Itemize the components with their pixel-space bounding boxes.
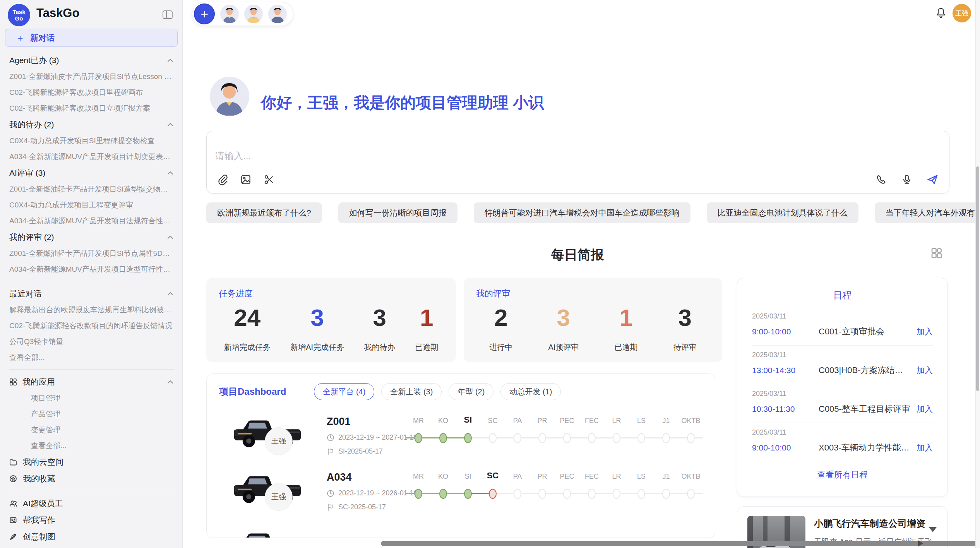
sidebar-item[interactable]: C02-飞腾新能源轻客改款项目立项汇报方案 xyxy=(9,100,174,116)
flag-icon xyxy=(327,448,334,456)
sidebar-item[interactable]: 公司Q3轻卡销量 xyxy=(9,334,174,349)
sidebar-group-header[interactable]: 最近对话 xyxy=(9,285,174,302)
milestone-dot xyxy=(637,489,645,499)
milestone: LR xyxy=(604,470,629,502)
join-link[interactable]: 加入 xyxy=(917,326,933,337)
milestone: J1 xyxy=(654,414,678,446)
screenshot-button[interactable] xyxy=(262,172,276,187)
project-row[interactable]: 王强 Z001 2023-12-19 ~ 2027-01-19 SI-2025-… xyxy=(207,411,715,467)
sidebar-item-change-mgmt[interactable]: 变更管理 xyxy=(9,422,174,438)
suggestion-chip[interactable]: 比亚迪全固态电池计划具体说了什么 xyxy=(707,202,858,223)
milestone: OKTB xyxy=(678,470,703,502)
join-link[interactable]: 加入 xyxy=(917,442,933,453)
sidebar-item[interactable]: C02-飞腾新能源轻客改款项目的闭环通告反馈情况 xyxy=(9,318,174,334)
milestone-label: J1 xyxy=(662,414,670,425)
collaborator-avatar[interactable] xyxy=(268,5,287,23)
horizontal-scrollbar-thumb[interactable] xyxy=(381,541,980,546)
sidebar-item[interactable]: 查看全部... xyxy=(9,349,174,365)
milestone-dot xyxy=(415,489,422,499)
vertical-scrollbar-thumb[interactable] xyxy=(976,166,979,391)
milestone: FEC xyxy=(579,470,604,502)
sidebar-item-product-mgmt[interactable]: 产品管理 xyxy=(9,406,174,422)
suggestion-chip[interactable]: 欧洲新规最近颁布了什么? xyxy=(206,202,322,223)
app-logo: Task Go xyxy=(8,4,30,26)
image-upload-button[interactable] xyxy=(238,172,253,187)
voice-call-button[interactable] xyxy=(874,172,889,187)
collapse-sidebar-button[interactable] xyxy=(161,9,174,21)
sidebar: Task Go TaskGo ＋ 新对话 Agent已办 (3) Z001-全新… xyxy=(0,0,183,548)
sidebar-item-project-mgmt[interactable]: 项目管理 xyxy=(9,390,174,406)
milestone-dot xyxy=(588,489,596,499)
milestone: LR xyxy=(604,414,629,446)
add-collaborator-button[interactable]: ＋ xyxy=(194,3,215,24)
view-all-schedule-link[interactable]: 查看所有日程 xyxy=(752,469,933,481)
dashboard-tab[interactable]: 年型 (2) xyxy=(449,383,493,400)
milestone-dot xyxy=(514,489,521,499)
project-row[interactable]: 王强 A034 2023-12-19 ~ 2026-01-19 SC-2025-… xyxy=(207,467,715,522)
sidebar-item[interactable]: C0X4-动力总成开发项目SI里程碑提交物检查 xyxy=(9,133,174,149)
sidebar-group-header[interactable]: 我的待办 (2) xyxy=(9,116,174,133)
milestone: MR xyxy=(406,470,431,502)
dashboard-tab[interactable]: 动总开发 (1) xyxy=(500,383,561,400)
suggestion-chip[interactable]: 特朗普可能对进口汽车增税会对中国车企造成哪些影响 xyxy=(474,202,690,223)
sidebar-item[interactable]: Z001-全新燃油轻卡产品开发项目SI节点属性5D文件评审 xyxy=(9,245,174,261)
sidebar-item[interactable]: A034-全新新能源MUV产品开发项目造型可行性评审 xyxy=(9,261,174,277)
phone-icon xyxy=(875,174,887,185)
stat: 3 AI预评审 xyxy=(548,303,579,353)
notifications-button[interactable] xyxy=(935,7,947,19)
dashboard-tab[interactable]: 全新上装 (3) xyxy=(381,383,442,400)
attach-button[interactable] xyxy=(215,172,230,187)
sidebar-group-header[interactable]: Agent已办 (3) xyxy=(9,52,174,68)
schedule-entry: 2025/03/11 13:00-14:30 C003|H0B-方案冻结评审 加… xyxy=(752,346,933,384)
project-row[interactable] xyxy=(207,524,715,538)
scroll-right-arrow[interactable] xyxy=(918,540,923,546)
milestone-label: FEC xyxy=(585,470,599,481)
sidebar-item[interactable]: A034-全新新能源MUV产品开发项目计划变更表编写 xyxy=(9,149,174,164)
message-input[interactable] xyxy=(215,147,796,164)
sidebar-item-creative-draw[interactable]: 创意制图 xyxy=(9,528,174,545)
sidebar-group-header[interactable]: AI评审 (3) xyxy=(9,164,174,181)
sidebar-item-favorites[interactable]: 我的收藏 xyxy=(9,470,174,487)
divider xyxy=(9,369,174,370)
sidebar-item-ai-staff[interactable]: AI超级员工 xyxy=(9,495,174,512)
suggestion-chip[interactable]: 当下年轻人对汽车外观有怎样的喜好趋势 xyxy=(875,202,980,223)
milestone: J1 xyxy=(654,470,678,502)
milestone: FEC xyxy=(579,414,604,446)
microphone-button[interactable] xyxy=(899,172,914,187)
milestone: SC xyxy=(480,470,505,502)
sidebar-item[interactable]: Z001-全新燃油轻卡产品开发项目SI造型提交物评审 xyxy=(9,181,174,197)
schedule-time: 9:00-10:00 xyxy=(752,327,819,336)
milestone-dot xyxy=(439,433,447,443)
sidebar-apps-header[interactable]: 我的应用 xyxy=(9,373,174,390)
dashboard-tab[interactable]: 全新平台 (4) xyxy=(314,383,374,400)
flag-icon xyxy=(327,503,334,511)
sidebar-item-cloud-space[interactable]: 我的云空间 xyxy=(9,454,174,470)
milestone-dot xyxy=(613,433,620,443)
join-link[interactable]: 加入 xyxy=(917,365,933,376)
layout-toggle-button[interactable] xyxy=(929,246,944,261)
send-button[interactable] xyxy=(925,172,940,187)
collaborator-avatar[interactable] xyxy=(220,5,239,23)
sidebar-item-writing[interactable]: 帮我写作 xyxy=(9,512,174,528)
sidebar-item[interactable]: 解释最新出台的欧盟报废车法规再生塑料比例被调至15%... xyxy=(9,302,174,318)
suggestion-chip[interactable]: 如何写一份清晰的项目周报 xyxy=(338,202,457,223)
schedule-entry: 2025/03/11 10:30-11:30 C005-整车工程目标评审 加入 xyxy=(752,384,933,423)
panel-icon xyxy=(163,10,173,19)
scroll-down-arrow[interactable] xyxy=(929,527,937,532)
new-chat-button[interactable]: ＋ 新对话 xyxy=(5,29,178,47)
milestone-dot xyxy=(662,489,670,499)
user-avatar[interactable]: 王强 xyxy=(953,4,971,22)
sidebar-item[interactable]: Z001-全新燃油皮卡产品开发项目SI节点Lesson Learn报告 xyxy=(9,68,174,84)
milestone-dot xyxy=(687,489,695,499)
collaborator-avatar[interactable] xyxy=(244,5,263,23)
assistant-avatar xyxy=(210,77,249,116)
sidebar-item[interactable]: A034-全新新能源MUV产品开发项目法规符合性评审 xyxy=(9,213,174,229)
join-link[interactable]: 加入 xyxy=(917,404,933,414)
milestone: PEC xyxy=(555,414,579,446)
apps-view-all[interactable]: 查看全部... xyxy=(9,438,174,454)
sidebar-group-header[interactable]: 我的评审 (2) xyxy=(9,229,174,245)
schedule-date: 2025/03/11 xyxy=(752,390,933,398)
sidebar-item[interactable]: C02-飞腾新能源轻客改款项目里程碑画布 xyxy=(9,84,174,100)
schedule-title: C005-整车工程目标评审 xyxy=(819,403,911,415)
sidebar-item[interactable]: C0X4-动力总成开发项目工程变更评审 xyxy=(9,197,174,213)
